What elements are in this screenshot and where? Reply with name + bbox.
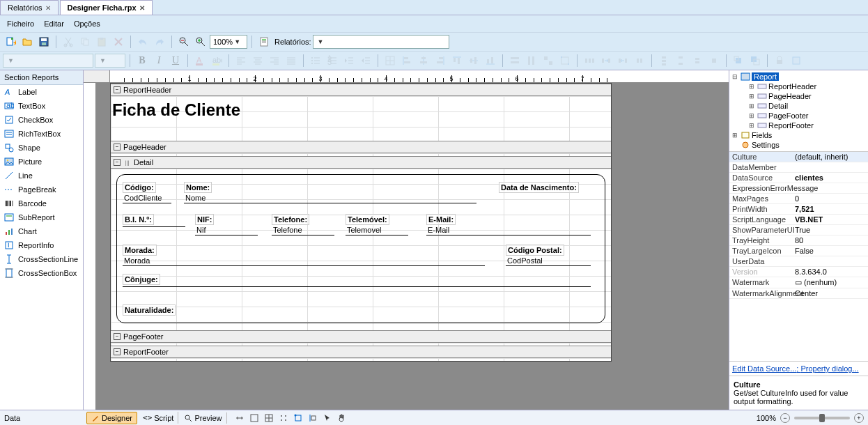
design-surface[interactable]: −ReportHeader Ficha de Cliente −PageHead… (96, 83, 729, 410)
hspace-dec-icon[interactable] (615, 53, 630, 68)
tree-node-pageheader[interactable]: ⊞PageHeader (747, 91, 867, 101)
align-left-obj-icon[interactable] (399, 53, 414, 68)
bi-field[interactable] (123, 225, 185, 227)
align-right-obj-icon[interactable] (433, 53, 448, 68)
snap-lines-icon[interactable] (306, 412, 320, 424)
tab-relatorios[interactable]: Relatórios ✕ (0, 0, 59, 15)
prop-watermark[interactable]: Watermark▭ (nenhum) (729, 277, 868, 288)
codigo-field[interactable]: CodCliente (123, 193, 171, 203)
codigo-label[interactable]: Código: (123, 182, 156, 193)
prop-watermarkalignment[interactable]: WatermarkAlignmentCenter (729, 288, 868, 299)
property-grid[interactable]: Culture(default, inherit)DataMember›Data… (729, 152, 868, 362)
zoom-out-icon[interactable] (176, 34, 192, 49)
email-field[interactable]: E-Mail (426, 225, 591, 235)
prop-scriptlanguage[interactable]: ScriptLanguageVB.NET (729, 215, 868, 225)
new-icon[interactable]: ★ (3, 34, 18, 49)
align-center-obj-icon[interactable] (416, 53, 431, 68)
tool-subreport[interactable]: SubReport (0, 210, 83, 224)
open-icon[interactable] (20, 34, 35, 49)
section-detail[interactable]: −⫼Detail (111, 156, 611, 169)
align-bottom-obj-icon[interactable] (483, 53, 498, 68)
outdent-icon[interactable] (341, 53, 357, 68)
tool-textbox[interactable]: abTextBox (0, 99, 83, 113)
tool-label[interactable]: ALabel (0, 85, 83, 99)
tool-line[interactable]: Line (0, 169, 83, 183)
align-grid-icon[interactable] (382, 53, 398, 68)
prop-datasource[interactable]: ›DataSourceclientes (729, 173, 868, 183)
section-report-header[interactable]: −ReportHeader (111, 84, 611, 96)
nome-field[interactable]: Nome (184, 193, 476, 203)
tree-node-detail[interactable]: ⊞Detail (747, 101, 867, 111)
tool-crosssectionline[interactable]: CrossSectionLine (0, 252, 83, 266)
telemovel-label[interactable]: Telemóvel: (346, 214, 389, 225)
zoom-in-button[interactable]: + (854, 413, 864, 423)
font-size-combo[interactable]: ▼ (95, 54, 125, 68)
nif-field[interactable]: Nif (195, 225, 258, 235)
tool-reportinfo[interactable]: iReportInfo (0, 238, 83, 252)
hspace-remove-icon[interactable] (632, 53, 647, 68)
zoom-out-button[interactable]: − (780, 413, 790, 423)
paste-icon[interactable] (94, 34, 109, 49)
align-justify-icon[interactable] (284, 53, 299, 68)
vspace-equal-icon[interactable] (656, 53, 672, 68)
prop-trayheight[interactable]: TrayHeight80 (729, 235, 868, 246)
nome-label[interactable]: Nome: (184, 182, 212, 193)
prop-traylargeicon[interactable]: TrayLargeIconFalse (729, 246, 868, 256)
lock-icon[interactable] (772, 53, 787, 68)
select-mode-icon[interactable] (320, 412, 334, 424)
tree-node-fields[interactable]: ⊞Fields (731, 130, 867, 140)
tree-node-reportheader[interactable]: ⊞ReportHeader (747, 82, 867, 91)
tool-picture[interactable]: Picture (0, 155, 83, 169)
view-designer[interactable]: Designer (86, 412, 137, 424)
section-page-footer[interactable]: −PageFooter (111, 330, 611, 343)
nif-label[interactable]: NIF: (195, 214, 214, 225)
bullets-icon[interactable] (308, 53, 323, 68)
save-icon[interactable] (36, 34, 52, 49)
codpostal-label[interactable]: Código Postal: (506, 245, 564, 256)
section-report-footer[interactable]: −ReportFooter (111, 346, 611, 358)
telefone-label[interactable]: Telefone: (272, 214, 309, 225)
show-grid-icon[interactable] (262, 412, 276, 424)
detail-frame[interactable]: Código: CodCliente Nome: Nome Data de Na… (116, 174, 605, 323)
vspace-remove-icon[interactable] (706, 53, 722, 68)
numbering-icon[interactable]: 123 (325, 53, 340, 68)
prop-printwidth[interactable]: PrintWidth7,521 (729, 204, 868, 215)
prop-maxpages[interactable]: MaxPages0 (729, 194, 868, 204)
conjuge-label[interactable]: Cônjuge: (123, 274, 160, 285)
dimension-lines-icon[interactable] (233, 412, 247, 424)
tool-barcode[interactable]: Barcode (0, 196, 83, 210)
prop-culture[interactable]: Culture(default, inherit) (729, 152, 868, 162)
tool-checkbox[interactable]: CheckBox (0, 113, 83, 127)
telefone-field[interactable]: Telefone (272, 225, 334, 235)
morada-label[interactable]: Morada: (123, 245, 157, 256)
report-title-label[interactable]: Ficha de Cliente (111, 96, 242, 124)
cut-icon[interactable] (61, 34, 76, 49)
zoom-combo[interactable]: 100%▼ (210, 35, 247, 49)
copy-icon[interactable] (77, 34, 93, 49)
codpostal-field[interactable]: CodPostal (506, 256, 591, 266)
vspace-inc-icon[interactable] (673, 53, 688, 68)
dots-grid-icon[interactable] (277, 412, 290, 424)
tool-chart[interactable]: Chart (0, 224, 83, 238)
view-preview[interactable]: Preview (180, 412, 226, 424)
email-label[interactable]: E-Mail: (426, 214, 456, 225)
bring-front-icon[interactable] (731, 53, 746, 68)
menu-opcoes[interactable]: Opções (74, 20, 100, 28)
menu-ficheiro[interactable]: Ficheiro (7, 20, 34, 28)
same-height-icon[interactable] (524, 53, 539, 68)
align-right-icon[interactable] (267, 53, 282, 68)
close-icon[interactable]: ✕ (139, 4, 145, 12)
prop-expressionerrormessage[interactable]: ExpressionErrorMessage (729, 183, 868, 194)
size-to-grid-icon[interactable] (557, 53, 573, 68)
zoom-slider[interactable] (794, 417, 850, 419)
redo-icon[interactable] (152, 34, 167, 49)
tool-crosssectionbox[interactable]: CrossSectionBox (0, 266, 83, 280)
snap-grid-icon[interactable] (291, 412, 305, 424)
hide-grid-icon[interactable] (247, 412, 261, 424)
underline-icon[interactable]: U (168, 53, 183, 68)
style-icon[interactable] (789, 53, 804, 68)
delete-icon[interactable] (111, 34, 126, 49)
italic-icon[interactable]: I (151, 53, 166, 68)
hspace-equal-icon[interactable] (582, 53, 597, 68)
same-width-icon[interactable] (507, 53, 522, 68)
